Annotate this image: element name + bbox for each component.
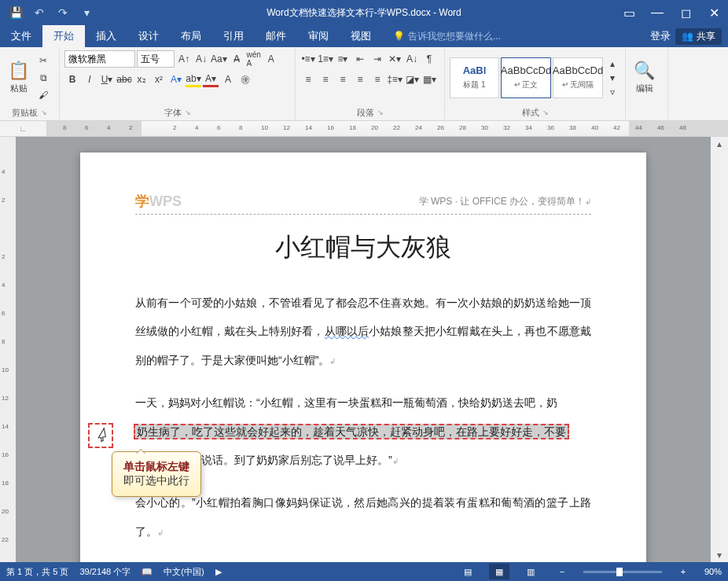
share-button[interactable]: 👥 共享 xyxy=(675,28,722,45)
styles-dialog-icon[interactable]: ↘ xyxy=(542,108,549,116)
style-heading1[interactable]: AaBl标题 1 xyxy=(450,57,499,98)
tab-view[interactable]: 视图 xyxy=(340,25,382,47)
undo-icon[interactable]: ↶ xyxy=(28,3,50,22)
char-shading-icon[interactable]: A xyxy=(220,72,236,87)
show-marks-icon[interactable]: ¶ xyxy=(421,51,437,67)
document-scroll[interactable]: 学WPS 学 WPS · 让 OFFICE 办公，变得简单！↲ 小红帽与大灰狼 … xyxy=(16,137,711,562)
find-button[interactable]: 🔍编辑 xyxy=(631,59,658,96)
bullets-icon[interactable]: •≡▾ xyxy=(300,51,316,67)
style-nospacing[interactable]: AaBbCcDd↵ 无间隔 xyxy=(553,57,603,98)
horizontal-ruler[interactable]: 8642246810121416182022242628303234363840… xyxy=(47,121,728,136)
sort-icon[interactable]: A↓ xyxy=(404,51,420,67)
zoom-knob[interactable] xyxy=(616,568,623,576)
subscript-icon[interactable]: x₂ xyxy=(134,72,149,87)
maximize-icon[interactable]: ◻ xyxy=(671,0,700,25)
font-label: 字体 xyxy=(164,107,182,119)
numbering-icon[interactable]: 1≡▾ xyxy=(318,51,333,67)
clear-format-icon[interactable]: A̶ xyxy=(229,51,245,67)
status-lang[interactable]: 中文(中国) xyxy=(164,566,204,578)
status-page[interactable]: 第 1 页，共 5 页 xyxy=(6,566,68,578)
change-case-icon[interactable]: Aa▾ xyxy=(211,51,227,67)
vertical-scrollbar[interactable]: ▴ ▾ xyxy=(711,137,728,562)
italic-icon[interactable]: I xyxy=(82,72,97,87)
borders-icon[interactable]: ▦▾ xyxy=(421,72,437,87)
align-center-icon[interactable]: ≡ xyxy=(318,72,333,87)
paragraph-dialog-icon[interactable]: ↘ xyxy=(377,108,384,116)
align-right-icon[interactable]: ≡ xyxy=(335,72,351,87)
tab-review[interactable]: 审阅 xyxy=(297,25,340,47)
styles-up-icon[interactable]: ▴ xyxy=(605,57,620,70)
tab-insert[interactable]: 插入 xyxy=(85,25,127,47)
enclose-char-icon[interactable]: ㊝ xyxy=(237,72,253,87)
title-bar: 💾 ↶ ↷ ▾ Word文档快速选择文本行-学WPS.docx - Word ▭… xyxy=(0,0,728,25)
format-painter-icon[interactable]: 🖌 xyxy=(35,87,51,103)
font-family-input[interactable] xyxy=(64,50,135,68)
strike-icon[interactable]: abc xyxy=(116,72,132,87)
status-macro-icon[interactable]: ▶ xyxy=(215,567,222,577)
grow-font-icon[interactable]: A↑ xyxy=(176,51,192,67)
minimize-icon[interactable]: — xyxy=(643,0,671,25)
ruler-corner[interactable]: ∟ xyxy=(0,121,47,136)
superscript-icon[interactable]: x² xyxy=(151,72,167,87)
paste-button[interactable]: 📋粘贴 xyxy=(5,59,32,96)
asian-layout-icon[interactable]: ✕▾ xyxy=(387,51,403,67)
view-web-icon[interactable]: ▥ xyxy=(520,564,541,579)
tab-home[interactable]: 开始 xyxy=(42,25,85,47)
indent-dec-icon[interactable]: ⇤ xyxy=(352,51,368,67)
styles-more-icon[interactable]: ▿ xyxy=(605,86,620,98)
scroll-up-icon[interactable]: ▴ xyxy=(711,137,728,151)
redo-icon[interactable]: ↷ xyxy=(52,3,74,22)
vertical-ruler[interactable]: 42246810121416182022 xyxy=(0,137,16,562)
bold-icon[interactable]: B xyxy=(64,72,80,87)
view-print-icon[interactable]: ▦ xyxy=(489,564,509,579)
copy-icon[interactable]: ⧉ xyxy=(35,70,51,86)
ribbon-options-icon[interactable]: ▭ xyxy=(615,0,643,25)
multilevel-icon[interactable]: ≡▾ xyxy=(335,51,351,67)
selection-margin-indicator[interactable] xyxy=(88,423,113,448)
indent-inc-icon[interactable]: ⇥ xyxy=(370,51,385,67)
styles-down-icon[interactable]: ▾ xyxy=(605,72,620,84)
tab-design[interactable]: 设计 xyxy=(127,25,170,47)
cut-icon[interactable]: ✂ xyxy=(35,53,51,68)
status-words[interactable]: 39/2148 个字 xyxy=(79,566,131,578)
style-normal[interactable]: AaBbCcDd↵ 正文 xyxy=(501,57,551,98)
zoom-in-icon[interactable]: + xyxy=(673,564,693,579)
ribbon-tabs: 文件 开始 插入 设计 布局 引用 邮件 审阅 视图 💡 告诉我您想要做什么..… xyxy=(0,25,728,47)
page[interactable]: 学WPS 学 WPS · 让 OFFICE 办公，变得简单！↲ 小红帽与大灰狼 … xyxy=(80,153,646,562)
paragraph-2: 一天，妈妈对小红帽说：“小红帽，这里有一块蛋糕和一瓶葡萄酒，快给奶奶送去吧，奶 … xyxy=(135,388,591,474)
tab-file[interactable]: 文件 xyxy=(0,25,42,47)
qat-more-icon[interactable]: ▾ xyxy=(75,3,97,22)
font-color-icon[interactable]: A▾ xyxy=(203,72,219,87)
justify-icon[interactable]: ≡ xyxy=(352,72,368,87)
paragraph-label: 段落 xyxy=(357,107,374,119)
highlight-icon[interactable]: ab▾ xyxy=(186,72,201,87)
clipboard-label: 剪贴板 xyxy=(12,107,38,119)
status-proof-icon[interactable]: 📖 xyxy=(142,567,153,577)
close-icon[interactable]: ✕ xyxy=(700,0,728,25)
view-read-icon[interactable]: ▤ xyxy=(458,564,478,579)
tab-layout[interactable]: 布局 xyxy=(170,25,212,47)
quick-access-toolbar: 💾 ↶ ↷ ▾ xyxy=(0,3,102,22)
status-zoom[interactable]: 90% xyxy=(704,567,722,576)
zoom-out-icon[interactable]: − xyxy=(552,564,572,579)
shrink-font-icon[interactable]: A↓ xyxy=(193,51,209,67)
clipboard-dialog-icon[interactable]: ↘ xyxy=(41,108,47,116)
align-left-icon[interactable]: ≡ xyxy=(300,72,316,87)
distribute-icon[interactable]: ≡ xyxy=(370,72,385,87)
char-border-icon[interactable]: A xyxy=(263,51,279,67)
zoom-slider[interactable] xyxy=(583,571,662,573)
font-dialog-icon[interactable]: ↘ xyxy=(185,108,191,116)
text-effects-icon[interactable]: A▾ xyxy=(168,72,184,87)
tell-me[interactable]: 💡 告诉我您想要做什么... xyxy=(382,25,512,47)
line-spacing-icon[interactable]: ‡≡▾ xyxy=(387,72,403,87)
phonetic-guide-icon[interactable]: wénA xyxy=(246,51,262,67)
scroll-down-icon[interactable]: ▾ xyxy=(711,548,728,562)
tab-references[interactable]: 引用 xyxy=(212,25,255,47)
font-size-input[interactable] xyxy=(137,50,175,68)
underline-icon[interactable]: U▾ xyxy=(99,72,115,87)
save-icon[interactable]: 💾 xyxy=(5,3,27,22)
share-label: 共享 xyxy=(697,30,715,43)
shading-icon[interactable]: ◪▾ xyxy=(404,72,420,87)
login-link[interactable]: 登录 xyxy=(650,29,671,43)
tab-mailings[interactable]: 邮件 xyxy=(255,25,297,47)
